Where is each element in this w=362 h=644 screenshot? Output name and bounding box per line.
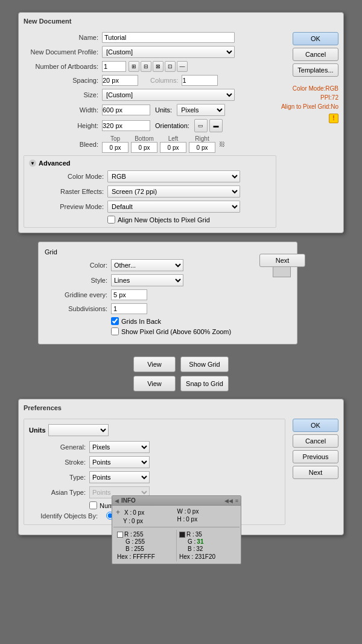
w-label: W : <box>177 508 186 515</box>
arrange-icon[interactable]: ⊞ <box>129 61 139 72</box>
prefs-previous-button[interactable]: Previous <box>293 450 338 463</box>
numbers-checkbox[interactable] <box>89 501 97 509</box>
grid2-icon[interactable]: ⊟ <box>141 61 151 72</box>
pref-type-select[interactable]: Points <box>89 471 150 483</box>
info-scroll-icon[interactable]: ◀◀ <box>224 498 233 504</box>
grid-next-button[interactable]: Next <box>259 254 305 267</box>
h-label: H : <box>177 516 185 523</box>
bleed-bottom-label: Bottom <box>135 135 154 142</box>
view-button-2[interactable]: View <box>133 376 176 391</box>
spacing-input[interactable] <box>102 75 138 86</box>
bleed-label: Bleed: <box>24 141 102 148</box>
prefs-next-button[interactable]: Next <box>293 466 338 479</box>
artboards-label: Number of Artboards: <box>24 63 102 70</box>
color-swatch-white <box>117 532 123 538</box>
ppi-info: PPI:72 <box>281 93 338 102</box>
snap-to-grid-button[interactable]: Snap to Grid <box>180 376 229 391</box>
align-label: Align New Objects to Pixel Grid <box>118 216 210 224</box>
info-expand-icon[interactable]: ◀ <box>115 498 119 504</box>
r-label: R : <box>124 531 132 538</box>
remove-artboard-icon[interactable]: — <box>177 61 188 72</box>
units-section-select[interactable] <box>48 424 109 436</box>
width-label: Width: <box>24 106 102 114</box>
subdivisions-label: Subdivisions: <box>45 305 111 312</box>
pref-general-select[interactable]: Pixels <box>89 441 150 453</box>
units-select[interactable]: Pixels <box>177 104 225 116</box>
bleed-right-input[interactable] <box>189 142 215 153</box>
g-label: G : <box>125 538 133 545</box>
units-section-label: Units <box>29 427 46 434</box>
profile-label: New Document Profile: <box>24 48 102 56</box>
name-input[interactable] <box>102 32 235 43</box>
color-mode-info: Color Mode:RGB <box>281 84 338 93</box>
y-label: Y : <box>123 518 130 524</box>
x-label: X : <box>124 509 132 516</box>
spacing-label: Spacing: <box>24 77 102 84</box>
columns-input[interactable] <box>182 75 218 86</box>
artboards-input[interactable] <box>102 61 126 72</box>
gridline-input[interactable] <box>111 289 147 300</box>
pref-type-label: Type: <box>29 474 89 481</box>
color-info: Color Mode:RGB PPI:72 Align to Pixel Gri… <box>281 84 338 123</box>
units-label: Units: <box>150 106 177 114</box>
w-value: 0 px <box>188 508 199 515</box>
identify-label: Identify Objects By: <box>29 512 101 520</box>
profile-select[interactable]: [Custom] <box>102 46 235 58</box>
prefs-ok-button[interactable]: OK <box>293 419 338 432</box>
grid4-icon[interactable]: ⊡ <box>165 61 176 72</box>
plus-icon: + <box>116 508 123 517</box>
ok-button[interactable]: OK <box>293 32 338 45</box>
height-label: Height: <box>24 122 102 129</box>
grid-style-label: Style: <box>45 277 111 284</box>
info-menu-icon[interactable]: ≡ <box>235 498 238 504</box>
grid-style-select[interactable]: Lines <box>111 274 183 286</box>
subdivisions-input[interactable] <box>111 303 147 314</box>
pref-stroke-select[interactable]: Points <box>89 456 150 468</box>
size-select[interactable]: [Custom] <box>102 89 235 101</box>
color-swatch-dark <box>179 532 185 538</box>
pref-general-label: General: <box>29 443 89 451</box>
b2-label: B : <box>188 546 195 552</box>
pref-stroke-label: Stroke: <box>29 459 89 466</box>
grid-title: Grid <box>45 248 291 256</box>
bleed-bottom-input[interactable] <box>131 142 157 153</box>
preview-select[interactable]: Default <box>107 201 240 213</box>
bleed-top-input[interactable] <box>102 142 129 153</box>
templates-button[interactable]: Templates... <box>293 63 338 77</box>
align-checkbox[interactable] <box>107 216 115 224</box>
warning-icon: ! <box>329 114 338 123</box>
hex-value: FFFFFF <box>133 553 155 560</box>
grid-color-label: Color: <box>45 262 111 269</box>
new-document-dialog: New Document Name: New Document Profile:… <box>18 12 344 233</box>
toggle-arrow-icon: ▼ <box>29 159 36 167</box>
preview-label: Preview Mode: <box>29 203 107 210</box>
portrait-icon[interactable]: ▭ <box>194 119 208 132</box>
bleed-left-input[interactable] <box>160 142 186 153</box>
grids-in-back-checkbox[interactable] <box>111 317 119 325</box>
landscape-icon[interactable]: ▬ <box>209 119 223 132</box>
grids-in-back-label: Grids In Back <box>121 318 161 325</box>
show-pixel-grid-label: Show Pixel Grid (Above 600% Zoom) <box>121 328 231 335</box>
grid-color-select[interactable]: Other... <box>111 259 183 271</box>
prefs-title: Preferences <box>24 404 338 414</box>
view-button-1[interactable]: View <box>133 356 176 372</box>
hex2-value: 231F20 <box>195 553 215 560</box>
height-input[interactable] <box>102 120 150 131</box>
columns-label: Columns: <box>150 77 182 84</box>
show-grid-button[interactable]: Show Grid <box>180 356 229 372</box>
grid3-icon[interactable]: ⊠ <box>153 61 164 72</box>
color-mode-select[interactable]: RGB <box>107 170 240 182</box>
color-mode-label: Color Mode: <box>29 173 107 180</box>
r2-label: R : <box>186 531 194 538</box>
advanced-toggle[interactable]: ▼ Advanced <box>29 159 271 167</box>
pref-asian-label: Asian Type: <box>29 489 89 496</box>
raster-select[interactable]: Screen (72 ppi) <box>107 185 240 198</box>
prefs-cancel-button[interactable]: Cancel <box>293 434 338 448</box>
cancel-button[interactable]: Cancel <box>293 48 338 61</box>
width-input[interactable] <box>102 105 150 115</box>
hex2-label: Hex : <box>179 553 193 560</box>
info-panel: ◀ INFO ◀◀ ≡ + X : 0 px Y : 0 px <box>112 495 241 564</box>
g2-value: 31 <box>197 538 203 545</box>
raster-label: Raster Effects: <box>29 188 107 195</box>
show-pixel-grid-checkbox[interactable] <box>111 327 119 335</box>
